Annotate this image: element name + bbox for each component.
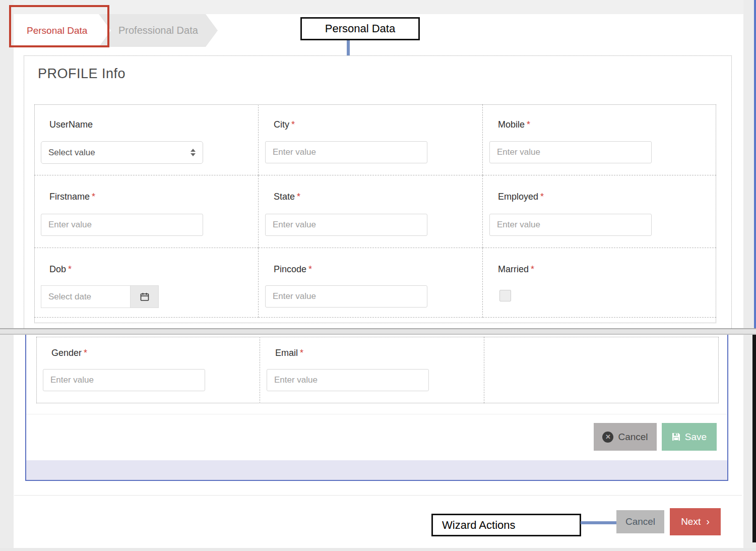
mobile-input[interactable] [489, 141, 652, 163]
field-cell-pincode: Pincode* [259, 248, 483, 318]
state-input[interactable] [265, 214, 427, 236]
window-edge-black [752, 335, 756, 542]
field-label: State* [274, 192, 300, 202]
wizard-actions-callout: Wizard Actions [431, 514, 581, 536]
callout-text: Personal Data [325, 22, 395, 35]
form-cancel-button[interactable]: ✕ Cancel [594, 423, 657, 451]
select-spinner-icon [191, 149, 196, 156]
select-value: Select value [48, 148, 95, 158]
field-cell-married: Married* [483, 248, 716, 318]
callout-connector-line-horizontal [581, 521, 618, 524]
gender-input[interactable] [43, 369, 205, 391]
required-asterisk: * [291, 119, 295, 130]
field-cell-email: Email* [260, 337, 484, 403]
email-input[interactable] [267, 369, 429, 391]
city-input[interactable] [265, 141, 427, 163]
dob-input-group [41, 285, 159, 308]
field-label: Employed* [498, 192, 544, 202]
field-cell-mobile: Mobile* [483, 104, 716, 175]
required-asterisk: * [308, 264, 312, 274]
field-label: City* [274, 119, 295, 130]
field-cell-username: UserName Select value [34, 104, 259, 175]
required-asterisk: * [300, 348, 303, 358]
wizard-next-button[interactable]: Next › [670, 508, 721, 535]
save-floppy-icon [672, 433, 680, 441]
username-select[interactable]: Select value [41, 141, 203, 164]
field-cell-gender: Gender* [36, 337, 260, 403]
employed-input[interactable] [489, 214, 652, 236]
field-cell-state: State* [259, 175, 483, 248]
married-checkbox[interactable] [499, 290, 511, 301]
required-asterisk: * [531, 264, 534, 274]
field-cell-empty [484, 337, 719, 403]
field-label: UserName [49, 119, 93, 130]
top-strip [0, 0, 756, 14]
dob-input[interactable] [41, 285, 130, 308]
required-asterisk: * [84, 348, 87, 358]
field-label: Pincode* [274, 264, 312, 275]
tab-label: Professional Data [118, 25, 198, 36]
calendar-button[interactable] [130, 285, 159, 308]
required-asterisk: * [92, 192, 95, 202]
left-gutter [0, 0, 14, 551]
wizard-cancel-button[interactable]: Cancel [616, 510, 664, 533]
personal-data-callout: Personal Data [300, 17, 420, 40]
close-circle-icon: ✕ [602, 432, 613, 443]
pincode-input[interactable] [265, 285, 427, 308]
form-cancel-label: Cancel [618, 432, 648, 443]
required-asterisk: * [68, 264, 72, 274]
calendar-icon [140, 292, 150, 302]
panel-footer-strip [26, 460, 727, 480]
field-label: Firstname* [49, 192, 95, 202]
bottom-strip [0, 548, 756, 551]
field-label: Email* [275, 348, 303, 358]
wizard-cancel-label: Cancel [625, 516, 655, 527]
window-edge-blue [754, 0, 756, 328]
required-asterisk: * [540, 192, 544, 202]
field-cell-employed: Employed* [483, 175, 716, 248]
wizard-next-label: Next [681, 516, 701, 527]
form-save-button[interactable]: Save [662, 423, 717, 451]
required-asterisk: * [297, 192, 300, 202]
field-cell-dob: Dob* [34, 248, 259, 318]
field-label: Dob* [49, 264, 72, 275]
firstname-input[interactable] [41, 214, 203, 236]
red-highlight-annotation [9, 5, 109, 47]
field-cell-city: City* [259, 104, 483, 175]
callout-text: Wizard Actions [442, 519, 516, 532]
field-label: Gender* [51, 348, 87, 358]
field-label: Married* [498, 264, 534, 275]
chevron-right-icon: › [706, 516, 710, 527]
screenshot-seam [0, 328, 756, 335]
field-label: Mobile* [498, 119, 530, 130]
field-cell-firstname: Firstname* [34, 175, 259, 248]
form-save-label: Save [685, 432, 707, 443]
panel-divider [26, 414, 727, 414]
required-asterisk: * [527, 119, 530, 130]
profile-heading: PROFILE Info [38, 66, 125, 82]
